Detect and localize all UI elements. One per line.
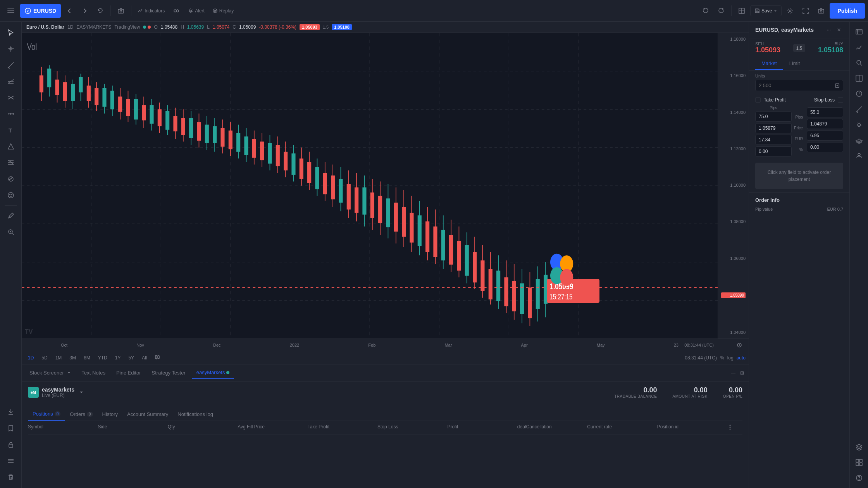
forward-button[interactable] [78, 4, 92, 18]
right-panel-toggle[interactable] [852, 71, 866, 85]
emoji-tool[interactable] [3, 187, 19, 203]
interval-5d[interactable]: 5D [38, 354, 50, 362]
cursor-tool[interactable] [3, 25, 19, 40]
lock-tool[interactable] [3, 437, 19, 452]
maximize-panel[interactable]: ⊞ [739, 369, 746, 377]
delete-tool[interactable] [3, 469, 19, 485]
svg-rect-40 [9, 444, 13, 447]
interval-1d[interactable]: 1D [25, 354, 37, 362]
tab-stock-screener[interactable]: Stock Screener [25, 367, 76, 379]
stop-loss-checkbox[interactable] [838, 97, 843, 103]
layers-button[interactable] [852, 440, 866, 454]
draw-tool[interactable] [3, 57, 19, 73]
crosshair-tool[interactable] [3, 41, 19, 57]
measure-tool[interactable] [3, 106, 19, 122]
auto-btn[interactable]: auto [737, 355, 746, 361]
patterns-tool[interactable] [3, 171, 19, 187]
interval-1y[interactable]: 1Y [112, 354, 124, 362]
tp-eur-input[interactable] [755, 135, 792, 145]
units-input[interactable] [759, 82, 835, 88]
topbar-redo[interactable] [714, 4, 728, 18]
easy-markets-dropdown[interactable] [79, 390, 84, 395]
zoom-tool[interactable] [3, 224, 19, 240]
tab-easy-markets[interactable]: easyMarkets [192, 366, 234, 379]
list-tool[interactable] [3, 453, 19, 469]
scanner-button[interactable] [852, 56, 866, 70]
svg-line-20 [8, 62, 14, 68]
annotation-tool[interactable] [3, 208, 19, 223]
minimize-panel[interactable]: — [729, 369, 737, 377]
chart-tools-right[interactable] [852, 40, 866, 54]
fib-tool[interactable] [3, 155, 19, 170]
interval-all[interactable]: All [139, 354, 150, 362]
time-settings[interactable] [735, 340, 744, 350]
grid-view-button[interactable] [852, 455, 866, 469]
sl-pips-input[interactable] [807, 107, 843, 117]
subtab-notifications[interactable]: Notifications log [173, 408, 218, 421]
time-may: May [597, 343, 605, 347]
screenshot-button[interactable] [114, 4, 128, 18]
settings-button[interactable] [783, 4, 797, 18]
subtab-account-summary[interactable]: Account Summary [122, 408, 173, 421]
tp-pct-input[interactable] [755, 146, 792, 156]
undo-button[interactable] [93, 4, 107, 18]
units-input-wrapper[interactable] [755, 80, 843, 91]
sl-eur-input[interactable] [807, 131, 843, 141]
tp-price-input[interactable] [755, 123, 792, 133]
camera-button[interactable] [814, 4, 828, 18]
bookmarks[interactable] [3, 421, 19, 436]
subtab-history[interactable]: History [98, 408, 122, 421]
broadcast-button[interactable] [852, 133, 866, 147]
alerts-right[interactable] [852, 118, 866, 132]
text-tool[interactable]: T [3, 122, 19, 138]
take-profit-checkbox[interactable] [755, 97, 761, 103]
chart-symbol: Euro / U.S. Dollar [26, 24, 64, 30]
fullscreen-button[interactable] [799, 4, 813, 18]
interval-ytd[interactable]: YTD [95, 354, 110, 362]
alert-button[interactable]: Alert [185, 6, 208, 16]
publish-button[interactable]: Publish [830, 3, 865, 19]
replay-button[interactable]: Replay [209, 6, 237, 16]
interval-1m[interactable]: 1M [52, 354, 65, 362]
watchlist-pin[interactable] [3, 404, 19, 420]
bar-type-button[interactable] [152, 353, 163, 363]
indicators-button[interactable]: Indicators [134, 6, 168, 16]
sl-pct-input[interactable] [807, 142, 843, 152]
compare-button[interactable] [169, 4, 183, 18]
watchlist-button[interactable] [852, 25, 866, 39]
subtab-orders[interactable]: Orders 0 [65, 408, 97, 421]
svg-rect-103 [189, 118, 193, 138]
topbar-undo[interactable] [699, 4, 713, 18]
save-button[interactable]: Save [750, 5, 782, 16]
tab-text-notes[interactable]: Text Notes [77, 367, 110, 379]
drawing-tools-right[interactable] [852, 102, 866, 116]
percent-btn[interactable]: % [720, 355, 724, 361]
ohlc-data: O 1.05488 H 1.05639 L 1.05074 C 1.05099 … [154, 24, 296, 30]
lines-tool[interactable] [3, 74, 19, 89]
svg-rect-135 [315, 167, 319, 189]
help-button[interactable] [852, 471, 866, 485]
market-tab[interactable]: Market [755, 57, 783, 70]
chart-svg-container[interactable]: Vol [22, 33, 718, 339]
hamburger-button[interactable] [3, 3, 19, 19]
community-button[interactable] [852, 149, 866, 163]
interval-5y[interactable]: 5Y [125, 354, 137, 362]
tab-pine-editor[interactable]: Pine Editor [112, 367, 146, 379]
layout-button[interactable] [735, 4, 749, 18]
shapes-tool[interactable] [3, 139, 19, 154]
sl-price-input[interactable] [807, 119, 843, 129]
interval-3m[interactable]: 3M [66, 354, 79, 362]
log-btn[interactable]: log [727, 355, 734, 361]
subtab-positions[interactable]: Positions 0 [28, 408, 65, 421]
panel-close[interactable]: ✕ [835, 26, 843, 33]
interval-6m[interactable]: 6M [81, 354, 93, 362]
tp-pips-input[interactable] [755, 112, 792, 122]
symbol-button[interactable]: € EURUSD [20, 4, 61, 18]
panel-more[interactable]: ··· [825, 26, 833, 33]
back-button[interactable] [62, 4, 76, 18]
channel-tool[interactable] [3, 90, 19, 105]
svg-rect-171 [457, 241, 461, 271]
limit-tab[interactable]: Limit [783, 57, 806, 70]
indicators-right[interactable] [852, 87, 866, 101]
tab-strategy-tester[interactable]: Strategy Tester [147, 367, 190, 379]
